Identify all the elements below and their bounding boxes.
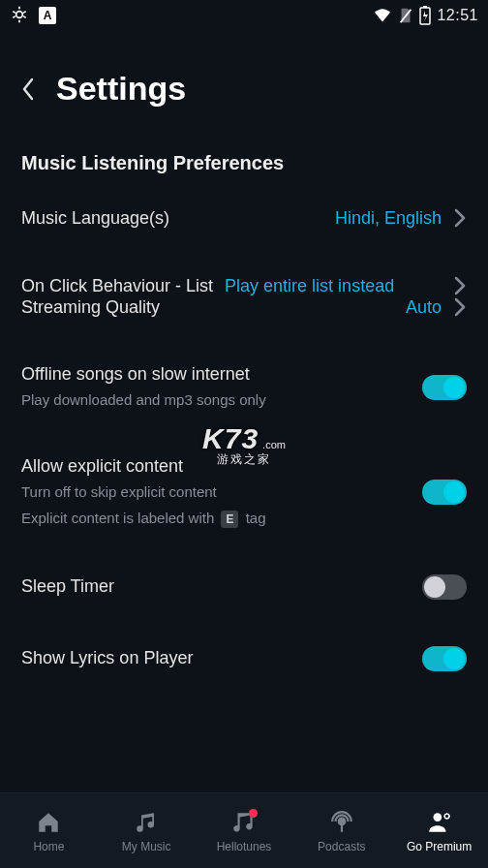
- nav-home[interactable]: Home: [0, 793, 98, 868]
- status-left: A: [10, 5, 56, 27]
- offline-toggle[interactable]: [422, 375, 467, 400]
- status-right: 12:51: [373, 6, 478, 25]
- sleep-toggle[interactable]: [422, 574, 467, 600]
- ime-icon: A: [39, 7, 56, 24]
- row-show-lyrics[interactable]: Show Lyrics on Player: [21, 646, 467, 671]
- offline-sub: Play downloaded and mp3 songs only: [21, 390, 411, 410]
- wifi-icon: [373, 8, 392, 23]
- settings-header: Settings: [0, 31, 488, 131]
- row-sleep-timer[interactable]: Sleep Timer: [21, 574, 467, 600]
- on-click-value: Play entire list instead: [225, 276, 442, 296]
- bottom-nav: Home My Music Hellotunes Podcasts Go Pre…: [0, 792, 488, 868]
- clock: 12:51: [437, 7, 478, 24]
- explicit-sub1: Turn off to skip explicit content: [21, 482, 411, 502]
- row-on-click-behaviour[interactable]: On Click Behaviour - List Play entire li…: [21, 275, 467, 296]
- battery-charging-icon: [419, 6, 431, 25]
- lyrics-toggle[interactable]: [422, 646, 467, 671]
- no-sim-icon: [398, 7, 413, 24]
- lyrics-label: Show Lyrics on Player: [21, 648, 411, 668]
- back-button[interactable]: [19, 76, 37, 103]
- nav-go-premium[interactable]: Go Premium: [390, 793, 488, 868]
- row-streaming-quality[interactable]: Streaming Quality Auto: [21, 296, 467, 318]
- podcast-icon: [328, 809, 355, 836]
- sleep-label: Sleep Timer: [21, 576, 411, 597]
- page-title: Settings: [56, 70, 186, 108]
- streaming-quality-value: Auto: [406, 297, 442, 318]
- chevron-right-icon: [453, 207, 467, 229]
- music-note-icon: [133, 809, 160, 836]
- home-icon: [35, 809, 62, 836]
- svg-rect-3: [423, 6, 427, 8]
- section-music-prefs: Music Listening Preferences: [21, 152, 467, 174]
- music-language-label: Music Language(s): [21, 208, 323, 229]
- notification-dot-icon: [249, 809, 258, 818]
- premium-icon: [426, 809, 453, 836]
- explicit-e-tag-icon: E: [221, 511, 238, 528]
- svg-point-4: [339, 818, 346, 824]
- chevron-right-icon: [453, 296, 467, 318]
- svg-point-5: [433, 813, 442, 822]
- row-explicit-content[interactable]: Allow explicit content Turn off to skip …: [21, 456, 467, 528]
- bug-icon: [10, 5, 29, 27]
- nav-podcasts[interactable]: Podcasts: [292, 793, 390, 868]
- nav-my-music-label: My Music: [122, 840, 171, 853]
- settings-content: Music Listening Preferences Music Langua…: [0, 152, 488, 671]
- nav-hellotunes-label: Hellotunes: [217, 840, 272, 853]
- nav-my-music[interactable]: My Music: [98, 793, 196, 868]
- row-music-language[interactable]: Music Language(s) Hindi, English: [21, 207, 467, 229]
- hellotunes-icon: [230, 809, 258, 836]
- explicit-label: Allow explicit content: [21, 456, 411, 477]
- explicit-sub2c: tag: [246, 510, 266, 526]
- nav-home-label: Home: [33, 840, 64, 853]
- music-language-value: Hindi, English: [335, 208, 442, 229]
- nav-hellotunes[interactable]: Hellotunes: [196, 793, 293, 868]
- offline-label: Offline songs on slow internet: [21, 364, 411, 385]
- explicit-toggle[interactable]: [422, 480, 467, 505]
- streaming-quality-label: Streaming Quality: [21, 297, 394, 318]
- explicit-sub2a: Explicit content is labeled with: [21, 510, 214, 526]
- svg-point-0: [16, 11, 23, 17]
- status-bar: A 12:51: [0, 0, 488, 31]
- chevron-right-icon: [453, 275, 467, 296]
- nav-podcasts-label: Podcasts: [318, 840, 365, 853]
- row-offline-songs[interactable]: Offline songs on slow internet Play down…: [21, 364, 467, 410]
- nav-premium-label: Go Premium: [407, 840, 472, 853]
- on-click-label: On Click Behaviour - List: [21, 276, 213, 296]
- explicit-sub2: Explicit content is labeled with E tag: [21, 509, 411, 528]
